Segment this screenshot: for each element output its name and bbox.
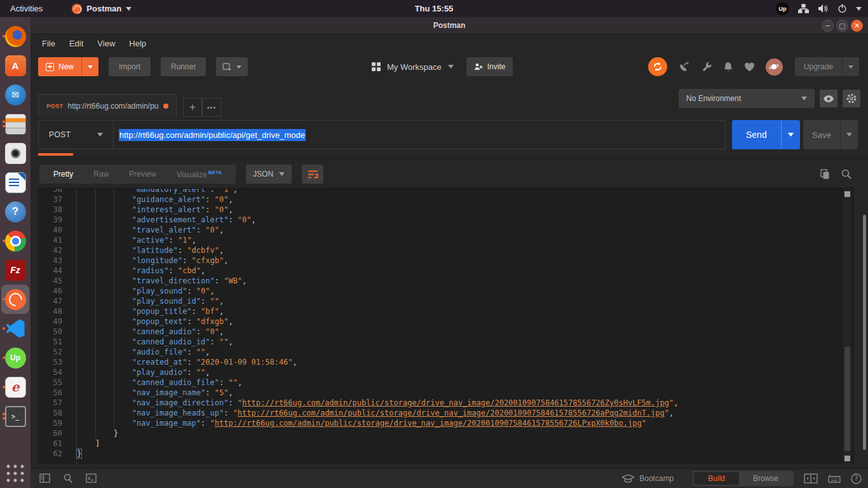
toggle-sidebar-icon[interactable]: [39, 473, 50, 483]
dock-item-chrome[interactable]: [1, 226, 29, 255]
two-pane-view-icon[interactable]: [804, 473, 818, 484]
url-input[interactable]: http://rt66ug.com/admin/public/api/get_d…: [113, 120, 726, 149]
new-window-button[interactable]: [216, 57, 248, 76]
dock-item-libreoffice-writer[interactable]: [1, 168, 29, 197]
toolbar: New Import Runner My Workspace Invite: [31, 52, 868, 81]
indent-guide: [95, 316, 114, 327]
json-key: "canned_audio": [132, 327, 196, 336]
firefox-icon: [5, 26, 26, 47]
indent-guide: [95, 377, 114, 388]
indent-guide: [77, 255, 95, 266]
interceptor-icon[interactable]: [678, 62, 690, 72]
menu-view[interactable]: View: [97, 39, 115, 48]
json-key: "created_at": [132, 358, 187, 367]
indent-guide: [114, 398, 132, 408]
build-tab[interactable]: Build: [694, 472, 739, 485]
response-url-link[interactable]: http://rt66ug.com/admin/public/storage/d…: [215, 419, 642, 428]
new-dropdown[interactable]: [81, 57, 98, 76]
browse-tab[interactable]: Browse: [739, 472, 792, 485]
save-dropdown[interactable]: [840, 120, 858, 149]
response-url-link[interactable]: http://rt66ug.com/admin/public/storage/d…: [242, 398, 669, 407]
help-icon[interactable]: ?: [851, 473, 862, 484]
dock-item-vscode[interactable]: [1, 314, 29, 343]
runner-button[interactable]: Runner: [161, 57, 206, 76]
find-icon[interactable]: [63, 473, 73, 484]
response-format-selector[interactable]: JSON: [246, 165, 292, 184]
dock-item-thunderbird[interactable]: ✉: [1, 80, 29, 109]
ubuntu-top-bar: Activities Postman Thu 15:55 Up: [0, 0, 868, 17]
dock-item-ubuntu-software[interactable]: A: [1, 51, 29, 80]
activities-button[interactable]: Activities: [10, 4, 43, 13]
menu-file[interactable]: File: [42, 39, 55, 48]
dock-item-app-grid[interactable]: [1, 459, 29, 488]
volume-icon[interactable]: [818, 4, 829, 13]
response-scrollbar[interactable]: [843, 189, 851, 464]
search-icon[interactable]: [841, 169, 851, 179]
heart-icon[interactable]: [744, 62, 755, 72]
response-url-link[interactable]: http://rt66ug.com/admin/public/storage/d…: [238, 409, 665, 417]
app-menu-button[interactable]: Postman: [72, 4, 132, 14]
dock-item-terminal[interactable]: >_: [1, 402, 29, 431]
dock-item-file-cabinet[interactable]: [1, 109, 29, 139]
view-preview[interactable]: Preview: [119, 170, 166, 179]
copy-icon[interactable]: [820, 169, 830, 179]
avatar[interactable]: [766, 58, 783, 76]
maximize-button[interactable]: ▢: [836, 20, 848, 32]
console-icon[interactable]: [86, 473, 97, 483]
sync-button[interactable]: [648, 57, 667, 76]
dock-item-evince[interactable]: e: [1, 372, 29, 402]
power-icon[interactable]: [837, 4, 847, 13]
upgrade-button[interactable]: Upgrade: [795, 57, 859, 76]
scrollbar-thumb[interactable]: [844, 347, 850, 451]
method-selector[interactable]: POST: [38, 120, 113, 149]
dock-item-firefox[interactable]: [1, 22, 29, 51]
indent-guide: [114, 245, 132, 255]
indent-guide: [77, 235, 95, 245]
minimize-button[interactable]: –: [822, 20, 834, 32]
save-button[interactable]: Save: [803, 120, 858, 149]
indent-guide: [114, 194, 132, 205]
caret-down-icon[interactable]: [856, 7, 862, 11]
view-pretty[interactable]: Pretty: [43, 170, 83, 179]
window-scrollbar[interactable]: [863, 215, 866, 450]
response-body-viewer[interactable]: 36"mandatory_alert": "1",37"guidance_ale…: [38, 188, 854, 464]
bootcamp-button[interactable]: Bootcamp: [622, 474, 674, 483]
upgrade-dropdown[interactable]: [842, 57, 859, 76]
send-dropdown[interactable]: [781, 120, 800, 149]
upwork-tray-icon[interactable]: Up: [776, 2, 789, 15]
notifications-bell-icon[interactable]: [723, 62, 733, 72]
network-icon[interactable]: [798, 4, 809, 13]
import-button[interactable]: Import: [109, 57, 151, 76]
workspace-selector[interactable]: My Workspace: [387, 62, 442, 72]
menu-edit[interactable]: Edit: [69, 39, 83, 48]
json-value: WB: [228, 276, 237, 285]
caret-down-icon[interactable]: [448, 65, 454, 69]
dock-item-help[interactable]: ?: [1, 197, 29, 226]
request-tab[interactable]: POST http://rt66ug.com/admin/publ...: [38, 94, 177, 117]
window-titlebar[interactable]: Postman – ▢ ✕: [31, 17, 868, 34]
new-tab-button[interactable]: +: [183, 98, 202, 117]
view-visualize[interactable]: VisualizeBETA: [166, 170, 232, 179]
indent-guide: [77, 306, 95, 316]
indent-guide: [77, 316, 95, 327]
new-button[interactable]: New: [38, 57, 98, 76]
menu-help[interactable]: Help: [129, 39, 146, 48]
tab-options-button[interactable]: •••: [202, 98, 221, 117]
invite-button[interactable]: Invite: [466, 57, 513, 76]
dock: A✉?FzUpe>_: [0, 17, 31, 488]
dock-item-postman[interactable]: [1, 285, 29, 314]
dock-item-upwork[interactable]: Up: [1, 343, 29, 372]
view-raw[interactable]: Raw: [83, 170, 119, 179]
environment-settings-button[interactable]: [843, 90, 860, 107]
clock[interactable]: Thu 15:55: [415, 4, 454, 13]
dock-item-filezilla[interactable]: Fz: [1, 255, 29, 285]
shortcuts-keyboard-icon[interactable]: [828, 474, 841, 483]
settings-wrench-icon[interactable]: [701, 62, 712, 72]
json-key: "interest_alert": [132, 205, 206, 214]
wrap-text-button[interactable]: [302, 165, 323, 184]
close-button[interactable]: ✕: [851, 20, 863, 32]
environment-selector[interactable]: No Environment: [679, 89, 815, 108]
environment-quicklook-button[interactable]: [820, 90, 837, 107]
dock-item-rhythmbox[interactable]: [1, 139, 29, 168]
send-button[interactable]: Send: [732, 120, 800, 149]
